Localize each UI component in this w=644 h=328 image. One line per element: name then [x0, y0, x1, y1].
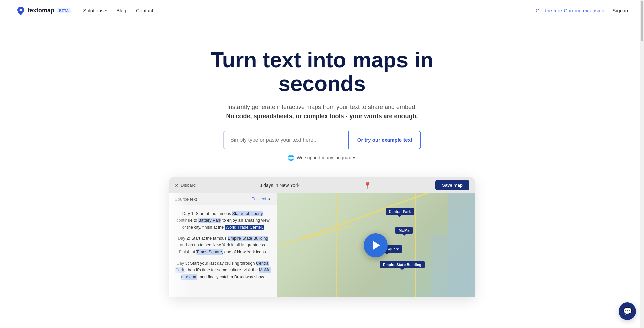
hero-subtitle: Instantly generate interactive maps from… [227, 104, 417, 111]
hero-title: Turn text into maps in seconds [171, 48, 473, 96]
statue-liberty-highlight: Statue of Liberty [232, 211, 263, 216]
location-pin-icon: 📍 [363, 181, 372, 189]
demo-body: Source text Edit text ▲ Day 1: Start at … [169, 193, 475, 297]
map-road-1 [336, 193, 337, 297]
text-input[interactable] [223, 131, 348, 149]
demo-topbar: ✕ Discard 3 days in New York 📍 Save map [169, 177, 475, 193]
input-row: Or try our example text [223, 131, 421, 149]
blog-nav-item[interactable]: Blog [116, 8, 126, 13]
battery-park-highlight: Battery Park [198, 218, 221, 223]
world-trade-highlight: World Trade Center. [225, 225, 264, 230]
day1-text: Day 1: Start at the famous Statue of Lib… [175, 210, 271, 231]
navbar: textomap BETA Solutions ▾ Blog Contact G… [0, 0, 644, 21]
signin-button[interactable]: Sign in [612, 8, 628, 13]
map-road-h1 [277, 230, 475, 230]
example-text-button[interactable]: Or try our example text [348, 131, 421, 149]
x-icon: ✕ [175, 183, 179, 188]
map-water-south [431, 235, 448, 297]
day3-text: Day 3: Start your last day cruising thro… [175, 260, 271, 281]
empire-state-highlight: Empire State Building [228, 236, 268, 241]
source-label: Source text [175, 197, 197, 202]
nav-links: Solutions ▾ Blog Contact [83, 8, 153, 13]
nav-right: Get the free Chrome extension Sign in [536, 8, 628, 13]
demo-discard-button[interactable]: ✕ Discard [175, 183, 196, 188]
globe-icon: 🌐 [288, 155, 294, 161]
languages-link[interactable]: We support many languages [297, 155, 356, 160]
moma-highlight: MoMa museum [181, 267, 270, 280]
times-square-highlight: Times Square, [196, 249, 223, 255]
scrollbar[interactable] [640, 0, 644, 311]
logo-beta-badge: BETA [57, 8, 71, 13]
contact-nav-item[interactable]: Contact [136, 8, 153, 13]
source-edit-group: Edit text ▲ [252, 197, 271, 201]
hero-subtitle-bold: No code, spreadsheets, or complex tools … [226, 113, 418, 120]
languages-row: 🌐 We support many languages [288, 155, 356, 161]
source-panel: Source text Edit text ▲ Day 1: Start at … [169, 193, 277, 297]
chrome-extension-link[interactable]: Get the free Chrome extension [536, 8, 604, 13]
nav-left: textomap BETA Solutions ▾ Blog Contact [16, 6, 153, 15]
logo-icon [16, 6, 25, 15]
map-panel: Central Park MoMa Times Square Empire St… [277, 193, 475, 297]
play-triangle-icon [373, 241, 380, 250]
logo[interactable]: textomap BETA [16, 6, 71, 15]
central-park-highlight: Central Park [175, 261, 269, 273]
moma-label: MoMa [395, 227, 413, 234]
empire-state-label: Empire State Building [380, 261, 425, 268]
map-water-east [448, 193, 475, 297]
source-chevron-icon: ▲ [267, 197, 271, 201]
central-park-label: Central Park [386, 208, 414, 215]
play-button[interactable] [364, 233, 388, 257]
source-header: Source text Edit text ▲ [169, 193, 277, 205]
logo-wordmark: textomap [28, 7, 54, 14]
source-content: Day 1: Start at the famous Statue of Lib… [169, 205, 277, 297]
chat-icon: 💬 [623, 307, 632, 311]
day2-text: Day 2: Start at the famous Empire State … [175, 235, 271, 256]
demo-map-title: 3 days in New York [259, 183, 299, 188]
map-road-diagonal [277, 225, 353, 246]
solutions-nav-item[interactable]: Solutions ▾ [83, 8, 107, 13]
demo-save-button[interactable]: Save map [435, 180, 469, 190]
scrollbar-thumb[interactable] [641, 1, 643, 41]
solutions-chevron-icon: ▾ [105, 8, 107, 13]
hero-section: Turn text into maps in seconds Instantly… [0, 21, 644, 311]
demo-container: ✕ Discard 3 days in New York 📍 Save map … [169, 177, 475, 297]
edit-text-button[interactable]: Edit text [252, 197, 266, 201]
svg-point-0 [20, 9, 22, 11]
map-background: Central Park MoMa Times Square Empire St… [277, 193, 475, 297]
map-road-3 [415, 193, 416, 297]
